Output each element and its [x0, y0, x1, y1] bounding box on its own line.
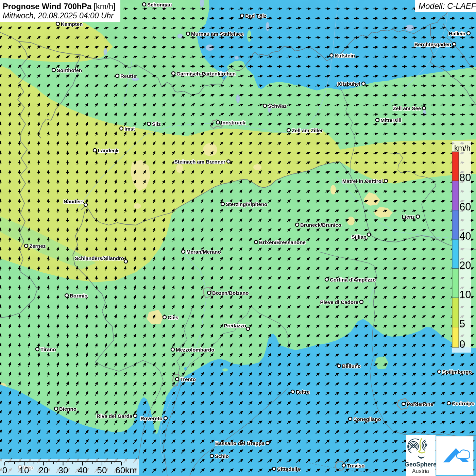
svg-text:40: 40 [459, 230, 471, 242]
svg-text:5: 5 [459, 318, 465, 330]
svg-text:Kufstein: Kufstein [335, 53, 355, 58]
svg-text:Bozen/Bolzano: Bozen/Bolzano [212, 290, 249, 296]
svg-text:Riva del Garda: Riva del Garda [97, 413, 133, 419]
svg-text:Mittwoch, 20.08.2025 04:00 Uhr: Mittwoch, 20.08.2025 04:00 Uhr [3, 11, 114, 20]
svg-text:Landeck: Landeck [98, 148, 119, 153]
svg-text:Sillian: Sillian [352, 234, 367, 240]
svg-text:Mittersill: Mittersill [380, 117, 402, 123]
svg-text:Cortina d'Ampezzo: Cortina d'Ampezzo [330, 277, 376, 283]
svg-text:Bassano del Grappa: Bassano del Grappa [215, 440, 265, 446]
svg-text:Nauders: Nauders [64, 199, 84, 204]
svg-text:Mezzolombardo: Mezzolombardo [176, 347, 214, 353]
svg-text:Sterzing/Vipiteno: Sterzing/Vipiteno [226, 201, 267, 207]
svg-text:Murnau am Staffelsee: Murnau am Staffelsee [191, 31, 244, 37]
svg-text:Feltre: Feltre [296, 389, 310, 395]
svg-text:Modell: C-LAEF: Modell: C-LAEF [419, 1, 476, 11]
svg-text:50: 50 [97, 465, 107, 475]
svg-text:Reutte: Reutte [120, 73, 136, 79]
svg-text:Pordenone: Pordenone [407, 401, 433, 407]
svg-text:Kempten: Kempten [61, 21, 83, 27]
svg-text:Rovereto: Rovereto [140, 415, 163, 421]
svg-text:Cles: Cles [168, 314, 178, 320]
svg-text:0: 0 [2, 465, 7, 475]
svg-text:Meran/Merano: Meran/Merano [186, 249, 221, 255]
svg-text:60km: 60km [115, 465, 137, 475]
svg-text:Spilimbergo: Spilimbergo [442, 369, 472, 375]
svg-text:Hallein: Hallein [449, 31, 465, 36]
svg-text:Steinach am Brenner: Steinach am Brenner [174, 159, 225, 165]
svg-text:Treviso: Treviso [347, 463, 365, 469]
svg-text:Bruneck/Brunico: Bruneck/Brunico [300, 222, 341, 228]
svg-text:Innsbruck: Innsbruck [221, 120, 245, 125]
svg-text:Bienno: Bienno [59, 406, 76, 412]
svg-text:Bad Tölz: Bad Tölz [245, 13, 267, 19]
svg-text:Brixen/Bressanone: Brixen/Bressanone [259, 239, 306, 245]
svg-text:Schongau: Schongau [147, 2, 172, 7]
svg-text:20: 20 [39, 465, 49, 475]
svg-text:GeoSphere: GeoSphere [405, 461, 437, 468]
svg-text:Zernez: Zernez [29, 243, 46, 249]
svg-text:Silz: Silz [152, 121, 161, 127]
svg-text:Trento: Trento [180, 376, 196, 382]
svg-text:Pieve di Cadore: Pieve di Cadore [320, 299, 358, 305]
svg-text:Schlanders/Silandro: Schlanders/Silandro [75, 255, 124, 261]
svg-text:40: 40 [78, 465, 88, 475]
svg-text:Zell am Ziller: Zell am Ziller [292, 128, 323, 133]
svg-text:30: 30 [58, 465, 68, 475]
svg-text:Belluno: Belluno [342, 363, 361, 369]
svg-text:10: 10 [459, 289, 471, 301]
svg-text:Cittadella: Cittadella [277, 466, 300, 472]
svg-text:20: 20 [459, 259, 471, 271]
svg-text:Conegliano: Conegliano [353, 416, 381, 422]
svg-text:Schwaz: Schwaz [268, 103, 287, 109]
svg-text:Garmisch-Partenkirchen: Garmisch-Partenkirchen [176, 71, 236, 76]
svg-text:Zell am See: Zell am See [393, 105, 421, 111]
svg-text:Imst: Imst [124, 126, 135, 132]
svg-text:Codroipo: Codroipo [452, 401, 475, 406]
svg-text:Lienz: Lienz [402, 214, 415, 220]
svg-text:Predazzo: Predazzo [224, 323, 246, 328]
svg-text:Schio: Schio [215, 453, 229, 459]
svg-text:Austria: Austria [412, 468, 429, 474]
svg-text:Berchtesgaden: Berchtesgaden [414, 41, 451, 47]
svg-text:80: 80 [459, 172, 471, 184]
svg-text:Sonthofen: Sonthofen [57, 67, 82, 73]
svg-text:Tirano: Tirano [40, 346, 56, 352]
svg-text:0: 0 [459, 338, 465, 350]
svg-text:km/h: km/h [454, 144, 471, 152]
svg-text:Kitzbühel: Kitzbühel [338, 81, 361, 87]
svg-text:60: 60 [459, 201, 471, 213]
svg-text:10: 10 [19, 465, 29, 475]
svg-text:Matrei in Osttirol: Matrei in Osttirol [342, 178, 383, 184]
svg-text:Bormio: Bormio [70, 293, 88, 299]
svg-text:Prognose Wind 700hPa [km/h]: Prognose Wind 700hPa [km/h] [3, 2, 115, 11]
